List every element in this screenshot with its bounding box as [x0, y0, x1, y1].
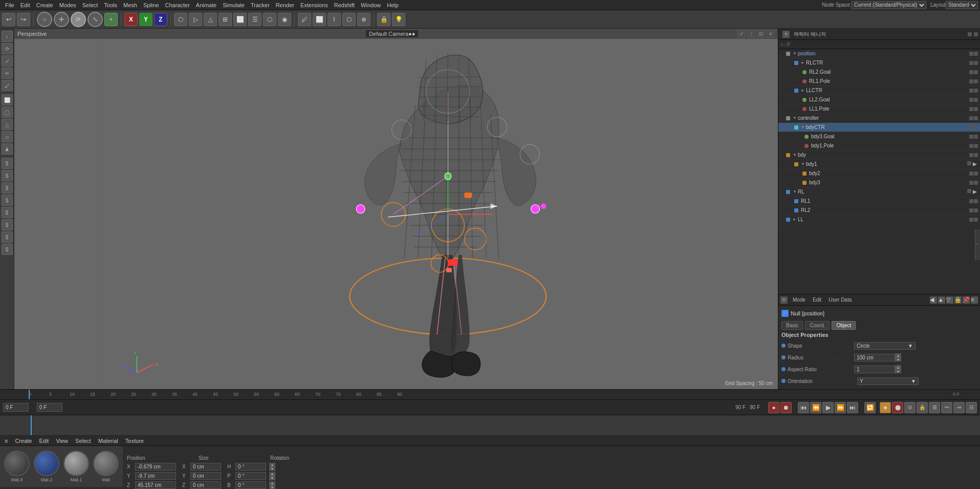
sticky-panel-indicator[interactable]: |: [975, 229, 980, 260]
menu-mesh[interactable]: Mesh: [120, 2, 140, 8]
vp-maximize-btn[interactable]: ↑: [747, 30, 755, 38]
prev-frame-btn[interactable]: ⏪: [810, 402, 821, 413]
bottom-menu-icon[interactable]: ≡: [2, 438, 10, 444]
play-btn[interactable]: ▶: [822, 402, 834, 413]
hier-row-bdy3goal[interactable]: bdy3.Goal: [778, 132, 980, 141]
prop-mode-btn[interactable]: Mode: [791, 297, 808, 303]
viewport[interactable]: Perspective Default Camera●● ⤢ ↑ ⊡ ≡: [14, 29, 778, 389]
left-plane-tool[interactable]: ▱: [2, 131, 13, 142]
breadcrumb-home[interactable]: ⌂: [780, 41, 783, 47]
hier-dot-2[interactable]: [974, 199, 978, 203]
z-axis-btn[interactable]: Z: [154, 13, 167, 26]
select2-btn[interactable]: ⬜: [313, 13, 326, 26]
tl-filter-btn[interactable]: ☰: [929, 402, 940, 413]
hier-row-ll1pole[interactable]: LL1.Pole: [778, 104, 980, 114]
menu-animate[interactable]: Animate: [193, 2, 220, 8]
prop-edit-btn[interactable]: Edit: [811, 297, 823, 303]
hier-dot-2[interactable]: [974, 172, 978, 176]
left-material-tool[interactable]: $: [2, 158, 13, 169]
loop-btn[interactable]: 🔁: [864, 402, 876, 413]
move-tool[interactable]: ✛: [54, 12, 69, 27]
hier-row-bdy1[interactable]: ▼ bdy1: [778, 160, 980, 169]
hier-dot-1[interactable]: [967, 161, 971, 165]
h-rot-input[interactable]: [235, 463, 266, 471]
hier-dot-2[interactable]: [974, 61, 978, 65]
material-mat1[interactable]: Mat.1: [63, 451, 89, 482]
prop-pin-btn[interactable]: 📌: [963, 296, 970, 304]
grid-toggle-btn[interactable]: ⊞: [219, 13, 232, 26]
hier-dot-1[interactable]: [969, 79, 973, 83]
layout-select[interactable]: Standard: [946, 1, 978, 9]
aspect-input[interactable]: [854, 366, 895, 373]
vp-close-btn[interactable]: ⊡: [757, 30, 765, 38]
objects-btn[interactable]: ⬜: [233, 13, 247, 26]
hier-dot-1[interactable]: [969, 70, 973, 74]
y-axis-btn[interactable]: Y: [139, 13, 153, 26]
hier-row-bdyctr[interactable]: ▼ bdyCTR: [778, 123, 980, 132]
hier-tab-icon[interactable]: ≡: [780, 31, 792, 38]
prop-tab-object[interactable]: Object: [832, 321, 856, 330]
hier-dot-1[interactable]: [969, 61, 973, 65]
hier-row-rl[interactable]: ▼ RL: [778, 187, 980, 197]
hier-row-rlctr[interactable]: ▼ RLCTR: [778, 58, 980, 68]
rotate-tool[interactable]: ⟳: [71, 12, 86, 27]
prop-user-data-btn[interactable]: User Data: [826, 297, 854, 303]
left-sphere-tool[interactable]: ◯: [2, 107, 13, 118]
texture-btn[interactable]: ◉: [278, 13, 291, 26]
menu-extensions[interactable]: Extensions: [297, 2, 331, 8]
hier-row-rl1[interactable]: RL1: [778, 197, 980, 206]
hier-dot-2[interactable]: [974, 70, 978, 74]
tl-motion-btn[interactable]: ⇒: [953, 402, 965, 413]
menu-tools[interactable]: Tools: [101, 2, 120, 8]
aspect-up-btn[interactable]: ▲: [895, 365, 901, 369]
menu-tracker[interactable]: Tracker: [248, 2, 273, 8]
skip-start-btn[interactable]: ⏮: [798, 402, 809, 413]
menu-redshift[interactable]: Redshift: [331, 2, 358, 8]
left-cone-tool[interactable]: △: [2, 119, 13, 130]
hier-dot-1[interactable]: [969, 125, 973, 130]
left-shader-tool[interactable]: $: [2, 170, 13, 181]
tl-curve-btn[interactable]: 〜: [941, 402, 952, 413]
light-btn[interactable]: 💡: [392, 13, 405, 26]
b-rot-down[interactable]: ▼: [269, 485, 275, 490]
add-tool[interactable]: +: [104, 13, 118, 26]
left-efx-tool[interactable]: $: [2, 231, 13, 243]
b-rot-input[interactable]: [235, 481, 266, 489]
hier-row-rl2goal[interactable]: RL2.Goal: [778, 68, 980, 77]
menu-select[interactable]: Select: [79, 2, 101, 8]
hier-dot-1[interactable]: [967, 189, 971, 193]
left-char-tool[interactable]: ♟: [2, 143, 13, 155]
menu-create[interactable]: Create: [33, 2, 56, 8]
hier-dot-2[interactable]: [974, 79, 978, 83]
hier-row-llctr[interactable]: ▼ LLCTR: [778, 86, 980, 95]
left-move-tool[interactable]: ↕: [2, 31, 13, 42]
orientation-dropdown[interactable]: Y ▼: [857, 377, 919, 385]
tl-auto-btn[interactable]: ⬤: [892, 402, 903, 413]
hier-dot-1[interactable]: [969, 135, 973, 139]
menu-spline[interactable]: Spline: [140, 2, 162, 8]
record-btn[interactable]: ●: [768, 402, 779, 413]
hier-dot-2[interactable]: [974, 218, 978, 222]
soft-sel-btn[interactable]: ⬡: [342, 13, 356, 26]
hier-dot-1[interactable]: [969, 89, 973, 93]
h-rot-down[interactable]: ▼: [269, 467, 275, 471]
select-tool[interactable]: ○: [37, 12, 52, 27]
prop-lock-btn[interactable]: 🔒: [954, 296, 962, 304]
left-scale-tool[interactable]: ⤢: [2, 55, 13, 67]
vp-fit-btn[interactable]: ⤢: [737, 30, 746, 38]
left-bones-tool[interactable]: $: [2, 195, 13, 206]
hier-row-bdy3[interactable]: bdy3: [778, 178, 980, 187]
tl-key-btn[interactable]: ◆: [880, 402, 891, 413]
x-size-input[interactable]: [190, 463, 221, 471]
menu-edit[interactable]: Edit: [17, 2, 33, 8]
hier-dot-1[interactable]: [969, 218, 973, 222]
aspect-down-btn[interactable]: ▼: [895, 369, 901, 373]
scale-tool[interactable]: ⤡: [88, 12, 103, 27]
vp-menu-btn[interactable]: ≡: [767, 30, 775, 38]
start-frame-input[interactable]: [3, 403, 29, 412]
p-rot-down[interactable]: ▼: [269, 476, 275, 480]
hier-dot-2[interactable]: [974, 144, 978, 148]
left-edit-tool[interactable]: ✏: [2, 68, 13, 79]
scene-btn[interactable]: ☰: [248, 13, 262, 26]
front-view-btn[interactable]: ▷: [189, 13, 202, 26]
